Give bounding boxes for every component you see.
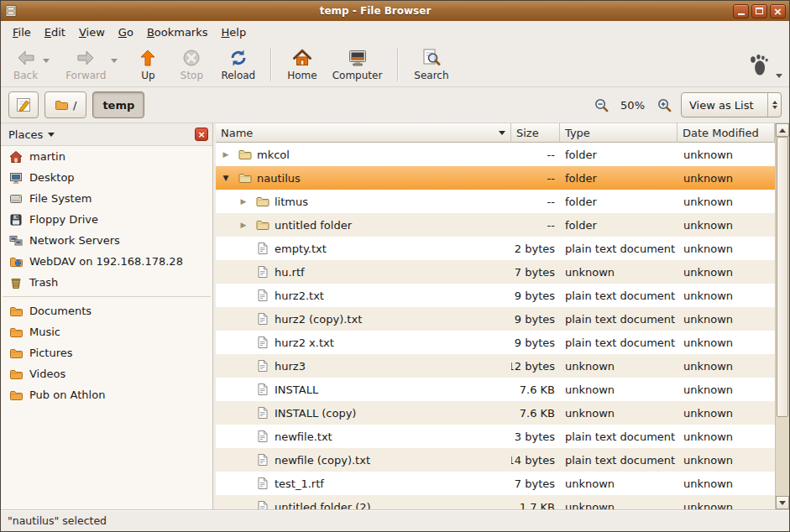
file-rows: ▶mkcol--folderunknown▼nautilus--folderun…: [216, 143, 775, 509]
gnome-throbber[interactable]: [742, 45, 776, 84]
file-name-cell: ▶mkcol: [216, 143, 511, 166]
sidebar-item-documents[interactable]: Documents: [1, 300, 212, 321]
file-modified-cell: unknown: [678, 260, 775, 284]
file-size-cell: 2 bytes: [511, 237, 560, 260]
titlebar[interactable]: temp - File Browser ×: [1, 1, 789, 21]
file-row[interactable]: ▶mkcol--folderunknown: [216, 143, 775, 166]
file-row[interactable]: newfile (copy).txt14 bytesplain text doc…: [216, 448, 775, 472]
folder-icon: [238, 171, 252, 185]
toolbar-overflow-icon[interactable]: [776, 74, 782, 78]
toolbar-up-button[interactable]: Up: [126, 45, 170, 85]
toolbar-reload-button[interactable]: Reload: [213, 45, 263, 85]
file-size-cell: 14 bytes: [511, 448, 560, 472]
file-modified-cell: unknown: [678, 425, 775, 448]
file-row[interactable]: ▼nautilus--folderunknown: [216, 166, 775, 190]
menu-go[interactable]: Go: [112, 23, 140, 42]
sidebar-item-pictures[interactable]: Pictures: [1, 342, 212, 363]
text-file-icon: [255, 242, 269, 255]
file-row[interactable]: hurz2.txt9 bytesplain text documentunkno…: [216, 284, 775, 307]
home-icon: [292, 48, 312, 68]
sidebar-item-label: Pictures: [29, 347, 72, 359]
file-row[interactable]: hurz2 (copy).txt9 bytesplain text docume…: [216, 307, 775, 331]
file-name: hurz2.txt: [275, 289, 324, 302]
column-header-type[interactable]: Type: [560, 123, 678, 143]
file-type: unknown: [565, 383, 615, 396]
minimize-button[interactable]: [733, 4, 749, 18]
toolbar-button-label: Computer: [332, 70, 383, 81]
file-size-cell: 7.6 KB: [511, 378, 560, 401]
sidebar-item-desktop[interactable]: Desktop: [1, 167, 212, 188]
file-row[interactable]: INSTALL (copy)7.6 KBunknownunknown: [216, 401, 775, 425]
file-size-cell: 1.7 KB: [511, 495, 560, 509]
sidebar-item-videos[interactable]: Videos: [1, 363, 212, 384]
toolbar-computer-button[interactable]: Computer: [325, 45, 390, 85]
path-button-temp[interactable]: temp: [92, 91, 144, 118]
file-row[interactable]: empty.txt2 bytesplain text documentunkno…: [216, 237, 775, 260]
scroll-down-button[interactable]: [776, 496, 789, 509]
file-type-cell: plain text document: [560, 307, 678, 331]
file-size-cell: 7 bytes: [511, 472, 560, 495]
close-sidebar-button[interactable]: ×: [195, 128, 208, 141]
zoom-out-button[interactable]: [590, 94, 612, 116]
file-modified-cell: unknown: [678, 284, 775, 307]
toolbar-home-button[interactable]: Home: [280, 45, 324, 85]
file-size: 12 bytes: [511, 360, 555, 373]
text-file-icon: [255, 477, 269, 490]
file-size-cell: 3 bytes: [511, 425, 560, 448]
maximize-button[interactable]: [751, 4, 767, 18]
file-name-cell: untitled folder (2): [216, 495, 511, 509]
sidebar-item-trash[interactable]: Trash: [1, 272, 212, 293]
file-row[interactable]: ▶litmus--folderunknown: [216, 190, 775, 213]
sidebar-item-music[interactable]: Music: [1, 321, 212, 342]
folder-icon: [55, 98, 68, 112]
column-headers: NameSizeTypeDate Modified: [216, 123, 775, 143]
expander-collapsed-icon[interactable]: ▶: [237, 221, 250, 229]
menu-file[interactable]: File: [6, 23, 38, 42]
file-type: plain text document: [565, 336, 675, 349]
file-row[interactable]: test_1.rtf7 bytesunknownunknown: [216, 472, 775, 495]
close-button[interactable]: ×: [770, 4, 786, 18]
file-row[interactable]: ▶untitled folder--folderunknown: [216, 213, 775, 237]
sidebar-item-pub-on-athlon[interactable]: Pub on Athlon: [1, 384, 212, 405]
zoom-in-button[interactable]: [653, 94, 675, 116]
file-modified-cell: unknown: [678, 213, 775, 237]
sidebar-item-file-system[interactable]: File System: [1, 188, 212, 209]
sidebar-item-webdav-on-192-168-178-28[interactable]: WebDAV on 192.168.178.28: [1, 251, 212, 272]
scroll-up-button[interactable]: [776, 123, 789, 137]
view-mode-select[interactable]: View as List: [681, 92, 782, 117]
sidebar-item-floppy-drive[interactable]: Floppy Drive: [1, 209, 212, 230]
file-type: plain text document: [565, 243, 675, 255]
expander-expanded-icon[interactable]: ▼: [219, 174, 233, 182]
dropdown-arrow-icon: [43, 59, 50, 63]
toolbar-separator: [270, 48, 272, 81]
scrollbar-thumb[interactable]: [777, 137, 788, 417]
file-row[interactable]: INSTALL7.6 KBunknownunknown: [216, 378, 775, 401]
file-modified: unknown: [683, 501, 733, 510]
file-row[interactable]: untitled folder (2)1.7 KBunknownunknown: [216, 495, 775, 509]
pencil-icon: [15, 96, 32, 113]
path-button-root[interactable]: /: [44, 91, 86, 118]
toggle-location-entry-button[interactable]: [8, 91, 39, 118]
file-row[interactable]: hu.rtf7 bytesunknownunknown: [216, 260, 775, 284]
menu-bookmarks[interactable]: Bookmarks: [140, 23, 215, 42]
places-menu-button[interactable]: Places: [8, 128, 55, 141]
user-home-icon: [9, 150, 23, 164]
sidebar-item-network-servers[interactable]: Network Servers: [1, 230, 212, 251]
file-row[interactable]: newfile.txt3 bytesplain text documentunk…: [216, 425, 775, 448]
expander-collapsed-icon[interactable]: ▶: [237, 197, 250, 206]
sidebar-item-martin[interactable]: martin: [1, 146, 212, 167]
menu-view[interactable]: View: [72, 23, 112, 42]
column-header-date-modified[interactable]: Date Modified: [678, 123, 775, 143]
menu-edit[interactable]: Edit: [38, 23, 72, 42]
expander-collapsed-icon[interactable]: ▶: [219, 150, 233, 159]
toolbar-button-label: Reload: [221, 70, 255, 81]
spinner-arrows-icon: [767, 93, 781, 117]
toolbar-search-button[interactable]: Search: [406, 45, 456, 85]
file-row[interactable]: hurz2 x.txt9 bytesplain text documentunk…: [216, 331, 775, 354]
scrollbar-track[interactable]: [776, 137, 789, 496]
vertical-scrollbar[interactable]: [775, 123, 789, 509]
column-header-size[interactable]: Size: [511, 123, 560, 143]
column-header-name[interactable]: Name: [216, 123, 511, 143]
file-row[interactable]: hurz312 bytesunknownunknown: [216, 354, 775, 378]
menu-help[interactable]: Help: [215, 23, 254, 42]
